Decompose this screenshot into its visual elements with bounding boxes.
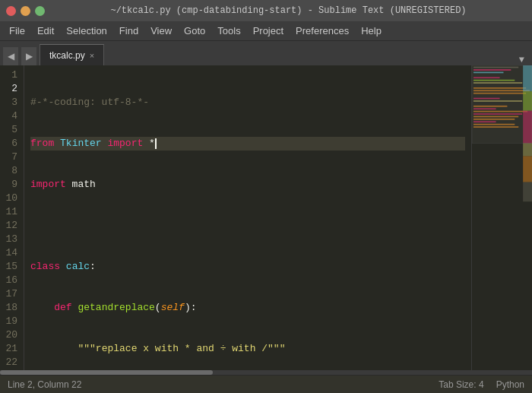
menu-view[interactable]: View bbox=[144, 24, 178, 38]
code-line-3: import math bbox=[30, 178, 465, 192]
svg-rect-26 bbox=[472, 65, 532, 143]
minimap-svg bbox=[472, 65, 532, 370]
menu-preferences[interactable]: Preferences bbox=[290, 24, 355, 38]
window-title: ~/tkcalc.py (cmp-databinding-start) - Su… bbox=[51, 5, 526, 16]
line-num-11: 11 bbox=[5, 205, 17, 219]
svg-rect-25 bbox=[523, 182, 532, 202]
code-line-5: class calc: bbox=[30, 260, 465, 274]
tab-size-label[interactable]: Tab Size: 4 bbox=[439, 379, 483, 390]
svg-rect-24 bbox=[523, 156, 532, 182]
line-num-6: 6 bbox=[5, 137, 17, 151]
line-num-19: 19 bbox=[5, 315, 17, 328]
tab-next-button[interactable]: ▶ bbox=[21, 47, 36, 65]
menu-goto[interactable]: Goto bbox=[178, 24, 211, 38]
tab-label: tkcalc.py bbox=[49, 50, 85, 61]
line-num-2: 2 bbox=[5, 82, 17, 96]
tab-close-icon[interactable]: × bbox=[90, 51, 94, 60]
line-num-8: 8 bbox=[5, 164, 17, 178]
svg-rect-23 bbox=[523, 143, 532, 156]
window-buttons bbox=[6, 6, 45, 16]
language-label[interactable]: Python bbox=[496, 379, 524, 390]
line-numbers: 1 2 3 4 5 6 7 8 9 10 11 12 13 14 15 16 1… bbox=[0, 65, 24, 370]
minimap bbox=[471, 65, 532, 370]
status-right: Tab Size: 4 Python bbox=[439, 379, 524, 390]
line-num-12: 12 bbox=[5, 219, 17, 233]
line-num-9: 9 bbox=[5, 178, 17, 192]
line-num-22: 22 bbox=[5, 356, 17, 369]
menu-bar: File Edit Selection Find View Goto Tools… bbox=[0, 21, 532, 41]
menu-file[interactable]: File bbox=[3, 24, 31, 38]
code-editor[interactable]: #-*-coding: utf-8-*- from Tkinter import… bbox=[24, 65, 471, 370]
line-num-7: 7 bbox=[5, 151, 17, 164]
line-num-13: 13 bbox=[5, 233, 17, 246]
line-num-4: 4 bbox=[5, 109, 17, 123]
line-num-15: 15 bbox=[5, 260, 17, 274]
line-num-14: 14 bbox=[5, 246, 17, 260]
line-num-5: 5 bbox=[5, 123, 17, 137]
menu-tools[interactable]: Tools bbox=[211, 24, 246, 38]
line-num-16: 16 bbox=[5, 274, 17, 287]
line-num-21: 21 bbox=[5, 342, 17, 356]
close-button[interactable] bbox=[6, 6, 16, 16]
code-line-7: """replace x with * and ÷ with /""" bbox=[30, 342, 465, 356]
menu-edit[interactable]: Edit bbox=[31, 24, 60, 38]
tab-dropdown-icon[interactable]: ▼ bbox=[515, 55, 529, 65]
line-num-3: 3 bbox=[5, 96, 17, 109]
line-num-18: 18 bbox=[5, 301, 17, 315]
minimize-button[interactable] bbox=[21, 6, 30, 16]
code-line-6: def getandreplace(self): bbox=[30, 301, 465, 315]
menu-find[interactable]: Find bbox=[113, 24, 144, 38]
menu-project[interactable]: Project bbox=[247, 24, 290, 38]
status-bar: Line 2, Column 22 Tab Size: 4 Python bbox=[0, 375, 532, 393]
code-line-1: #-*-coding: utf-8-*- bbox=[30, 96, 465, 109]
line-num-1: 1 bbox=[5, 68, 17, 82]
cursor-position: Line 2, Column 22 bbox=[8, 379, 81, 390]
horizontal-scrollbar[interactable] bbox=[0, 370, 532, 375]
tab-bar: ◀ ▶ tkcalc.py × ▼ bbox=[0, 41, 532, 65]
menu-selection[interactable]: Selection bbox=[60, 24, 112, 38]
line-num-17: 17 bbox=[5, 287, 17, 301]
scrollbar-thumb[interactable] bbox=[0, 370, 213, 375]
code-line-2: from Tkinter import * bbox=[30, 137, 465, 151]
tab-prev-button[interactable]: ◀ bbox=[3, 47, 18, 65]
title-bar: ~/tkcalc.py (cmp-databinding-start) - Su… bbox=[0, 0, 532, 21]
maximize-button[interactable] bbox=[35, 6, 45, 16]
menu-help[interactable]: Help bbox=[355, 24, 388, 38]
editor-container: 1 2 3 4 5 6 7 8 9 10 11 12 13 14 15 16 1… bbox=[0, 65, 532, 370]
code-line-4 bbox=[30, 219, 465, 233]
line-num-20: 20 bbox=[5, 328, 17, 342]
line-num-10: 10 bbox=[5, 192, 17, 205]
tab-tkcalc[interactable]: tkcalc.py × bbox=[40, 44, 104, 65]
